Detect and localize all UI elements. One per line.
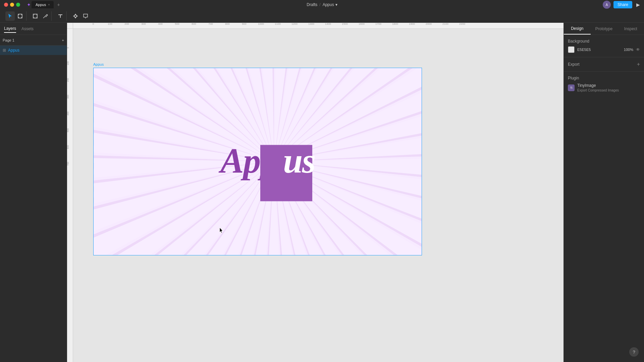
ruler-mark-700: 700 bbox=[208, 23, 213, 25]
page-actions: + bbox=[62, 38, 64, 42]
logo-box-text: us bbox=[283, 143, 315, 178]
export-row: Export + bbox=[568, 61, 640, 67]
background-opacity-value[interactable]: 100% bbox=[624, 48, 633, 52]
ruler-mark-800: 800 bbox=[225, 23, 229, 25]
add-page-button[interactable]: + bbox=[62, 38, 64, 42]
ruler-corner bbox=[67, 23, 73, 29]
v-ruler-mark-500: 500 bbox=[67, 128, 69, 132]
maximize-window-button[interactable] bbox=[16, 3, 20, 7]
design-frame[interactable]: Appus us bbox=[93, 68, 422, 255]
breadcrumb-drafts[interactable]: Drafts bbox=[307, 2, 317, 7]
breadcrumb-separator: / bbox=[319, 2, 320, 7]
v-ruler-mark-400: 400 bbox=[67, 112, 69, 116]
logo-text-container: Appus us bbox=[220, 143, 309, 178]
v-ruler-mark-100: 100 bbox=[67, 61, 69, 65]
dropdown-icon: ▾ bbox=[335, 2, 337, 7]
plugin-info: TinyImage Export Compressed Images bbox=[577, 83, 619, 92]
layers-tab[interactable]: Layers bbox=[4, 25, 16, 33]
project-name-dropdown[interactable]: Appus ▾ bbox=[323, 2, 337, 7]
ruler-mark-500: 500 bbox=[175, 23, 179, 25]
titlebar-right: A Share ▶ bbox=[603, 1, 640, 9]
share-button[interactable]: Share bbox=[613, 1, 632, 8]
background-color-swatch[interactable] bbox=[568, 46, 575, 53]
export-label: Export bbox=[568, 62, 580, 67]
layer-frame-icon: ⊞ bbox=[3, 48, 6, 53]
avatar: A bbox=[603, 1, 611, 9]
panel-tabs: Layers Assets bbox=[0, 23, 67, 35]
svg-rect-1 bbox=[33, 14, 37, 18]
tab-close-button[interactable]: × bbox=[48, 3, 50, 6]
tab-area: ✦ Appus × + bbox=[27, 1, 61, 8]
plugin-section-title: Plugin bbox=[568, 76, 640, 80]
background-section: Background E5E5E5 100% 👁 bbox=[564, 35, 644, 57]
layer-eye-icon[interactable]: 👁 bbox=[61, 49, 64, 52]
current-page-label: Page 1 bbox=[3, 38, 14, 42]
toolbar bbox=[0, 9, 644, 23]
component-tool[interactable] bbox=[71, 11, 80, 21]
move-tool[interactable] bbox=[5, 11, 15, 21]
ruler-mark-2200: 2200 bbox=[459, 23, 465, 25]
plugin-description: Export Compressed Images bbox=[577, 88, 619, 92]
assets-tab[interactable]: Assets bbox=[21, 25, 34, 33]
vertical-ruler: 0 100 200 300 400 500 600 700 bbox=[67, 29, 73, 362]
ruler-mark-400: 400 bbox=[158, 23, 162, 25]
layer-item-appus[interactable]: ⊞ Appus 🔒 👁 bbox=[0, 46, 67, 55]
ruler-mark-1200: 1200 bbox=[291, 23, 298, 25]
export-section: Export + bbox=[564, 57, 644, 72]
logo-area: Appus us bbox=[220, 143, 309, 178]
help-button[interactable]: ? bbox=[629, 347, 639, 357]
right-panel: Design Prototype Inspect Background E5E5… bbox=[564, 23, 644, 362]
inspect-tab[interactable]: Inspect bbox=[617, 23, 644, 35]
design-frame-wrapper: Appus bbox=[93, 62, 422, 255]
left-panel: Layers Assets Page 1 + ⊞ Appus 🔒 👁 bbox=[0, 23, 67, 362]
minimize-window-button[interactable] bbox=[10, 3, 14, 7]
text-tools-group bbox=[54, 11, 67, 21]
select-tools-group bbox=[4, 11, 26, 21]
ruler-mark-1100: 1100 bbox=[275, 23, 281, 25]
titlebar: ✦ Appus × + Drafts / Appus ▾ A Share ▶ bbox=[0, 0, 644, 9]
export-add-button[interactable]: + bbox=[637, 61, 640, 67]
project-name-label: Appus bbox=[323, 2, 334, 7]
v-ruler-mark-0: 0 bbox=[67, 47, 69, 49]
plugin-icon: Ti bbox=[568, 84, 575, 91]
v-ruler-mark-600: 600 bbox=[67, 145, 69, 149]
plugin-name: TinyImage bbox=[577, 83, 619, 88]
shape-tools-group bbox=[29, 11, 52, 21]
traffic-lights bbox=[4, 3, 20, 7]
layer-lock-icon[interactable]: 🔒 bbox=[55, 49, 59, 52]
canvas-area[interactable]: 0 100 200 300 400 500 600 700 800 900 10… bbox=[67, 23, 564, 362]
ruler-mark-0: 0 bbox=[93, 23, 94, 25]
horizontal-ruler: 0 100 200 300 400 500 600 700 800 900 10… bbox=[73, 23, 564, 29]
prototype-tab[interactable]: Prototype bbox=[591, 23, 618, 35]
frame-tool[interactable] bbox=[31, 11, 40, 21]
new-tab-button[interactable]: + bbox=[56, 2, 61, 7]
design-tab[interactable]: Design bbox=[564, 23, 591, 35]
scale-tool[interactable] bbox=[15, 11, 25, 21]
app-logo: ✦ bbox=[27, 2, 31, 7]
pen-tool[interactable] bbox=[41, 11, 50, 21]
ruler-mark-1500: 1500 bbox=[342, 23, 348, 25]
ruler-mark-1400: 1400 bbox=[325, 23, 331, 25]
breadcrumb: Drafts / Appus ▾ bbox=[307, 2, 337, 7]
background-eye-button[interactable]: 👁 bbox=[636, 47, 640, 52]
v-ruler-mark-700: 700 bbox=[67, 162, 69, 166]
background-color-value[interactable]: E5E5E5 bbox=[577, 48, 621, 52]
frame-label: Appus bbox=[93, 62, 422, 66]
ruler-mark-900: 900 bbox=[242, 23, 246, 25]
ruler-mark-1800: 1800 bbox=[392, 23, 398, 25]
layer-name: Appus bbox=[8, 48, 19, 53]
text-tool[interactable] bbox=[56, 11, 65, 21]
canvas-scroll[interactable]: Appus bbox=[73, 29, 564, 362]
plugin-section: Plugin Ti TinyImage Export Compressed Im… bbox=[564, 72, 644, 96]
ruler-mark-300: 300 bbox=[141, 23, 146, 25]
v-ruler-mark-200: 200 bbox=[67, 78, 69, 82]
page-selector[interactable]: Page 1 + bbox=[0, 35, 67, 46]
plugin-tinyimage[interactable]: Ti TinyImage Export Compressed Images bbox=[568, 83, 640, 92]
ruler-mark-100: 100 bbox=[108, 23, 112, 25]
ruler-mark-1000: 1000 bbox=[258, 23, 264, 25]
close-window-button[interactable] bbox=[4, 3, 8, 7]
comment-tool[interactable] bbox=[81, 11, 90, 21]
ruler-mark-200: 200 bbox=[124, 23, 129, 25]
play-button[interactable]: ▶ bbox=[636, 2, 640, 7]
tab-appus[interactable]: Appus × bbox=[32, 1, 54, 8]
